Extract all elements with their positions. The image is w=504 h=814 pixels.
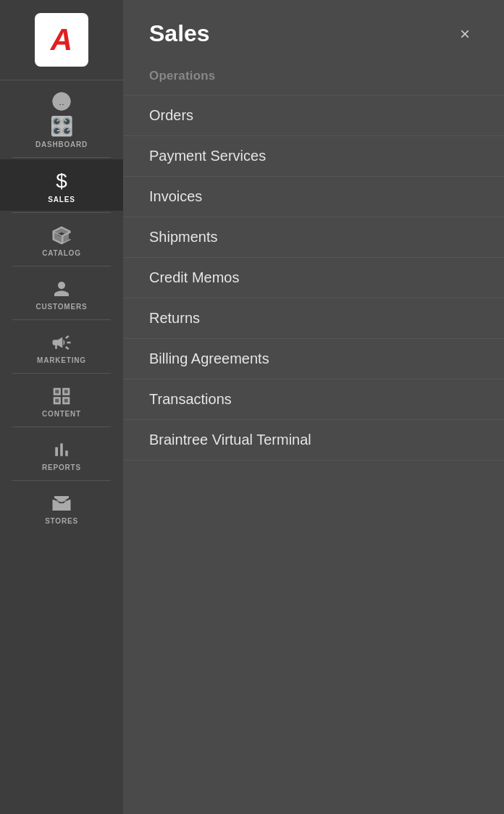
- sidebar-label-marketing: MARKETING: [37, 356, 86, 364]
- menu-item-braintree-virtual-terminal[interactable]: Braintree Virtual Terminal: [123, 420, 504, 461]
- sidebar-label-stores: STORES: [45, 517, 78, 525]
- dashboard-icon: [51, 91, 72, 112]
- sidebar-item-dashboard[interactable]: 🎛️ DASHBOARD: [0, 80, 123, 156]
- divider-6: [12, 427, 111, 427]
- menu-item-billing-agreements[interactable]: Billing Agreements: [123, 339, 504, 379]
- divider-2: [12, 212, 111, 213]
- sidebar-item-content[interactable]: CONTENT: [0, 375, 123, 425]
- menu-list: OrdersPayment ServicesInvoicesShipmentsC…: [123, 95, 504, 461]
- reports-icon: [51, 439, 72, 461]
- content-icon: [51, 385, 72, 407]
- stores-icon: [51, 492, 72, 514]
- marketing-icon: [51, 332, 72, 353]
- panel-title: Sales: [149, 20, 210, 47]
- customers-icon: [51, 278, 72, 300]
- sales-panel: Sales × Operations OrdersPayment Service…: [123, 0, 504, 814]
- divider-7: [12, 480, 111, 481]
- sidebar-item-customers[interactable]: CUSTOMERS: [0, 268, 123, 318]
- sidebar-item-stores[interactable]: STORES: [0, 482, 123, 532]
- divider-5: [12, 373, 111, 374]
- panel-header: Sales ×: [123, 0, 504, 62]
- sidebar-item-catalog[interactable]: CATALOG: [0, 214, 123, 264]
- menu-item-returns[interactable]: Returns: [123, 298, 504, 339]
- sidebar: A 🎛️ DASHBOARD $ SALES CATALOG CUSTOMERS: [0, 0, 123, 814]
- menu-item-orders[interactable]: Orders: [123, 95, 504, 136]
- sidebar-label-sales: SALES: [48, 196, 75, 204]
- menu-item-transactions[interactable]: Transactions: [123, 379, 504, 420]
- sales-icon: $: [56, 169, 67, 193]
- sidebar-item-reports[interactable]: REPORTS: [0, 429, 123, 479]
- menu-item-invoices[interactable]: Invoices: [123, 177, 504, 217]
- close-button[interactable]: ×: [452, 21, 478, 47]
- sidebar-label-customers: CUSTOMERS: [36, 303, 88, 311]
- divider-3: [12, 266, 111, 267]
- sidebar-label-reports: REPORTS: [42, 463, 81, 471]
- dashboard-icon-display: 🎛️: [50, 115, 73, 138]
- logo-box: A: [35, 13, 88, 67]
- logo-area: A: [0, 0, 123, 80]
- sidebar-label-catalog: CATALOG: [42, 249, 81, 257]
- menu-item-credit-memos[interactable]: Credit Memos: [123, 258, 504, 298]
- catalog-icon: [51, 225, 72, 246]
- divider-1: [12, 157, 111, 158]
- section-operations: Operations: [123, 62, 504, 95]
- divider-4: [12, 319, 111, 320]
- logo-icon: A: [51, 25, 72, 55]
- sidebar-item-marketing[interactable]: MARKETING: [0, 322, 123, 372]
- sidebar-item-sales[interactable]: $ SALES: [0, 159, 123, 211]
- sidebar-label-content: CONTENT: [42, 410, 81, 418]
- menu-item-shipments[interactable]: Shipments: [123, 217, 504, 258]
- sidebar-label-dashboard: DASHBOARD: [35, 140, 88, 148]
- menu-item-payment-services[interactable]: Payment Services: [123, 136, 504, 177]
